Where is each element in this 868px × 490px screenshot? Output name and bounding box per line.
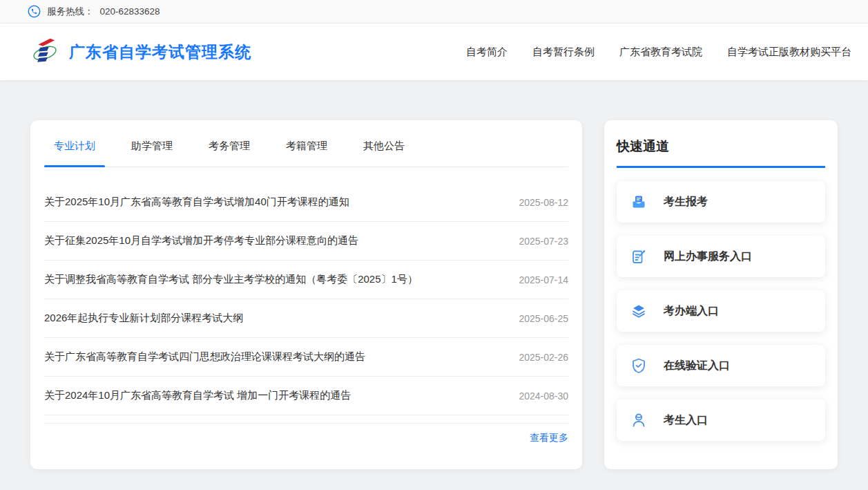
view-more-link[interactable]: 查看更多 [530, 432, 568, 443]
nav-item-exam-authority[interactable]: 广东省教育考试院 [619, 46, 702, 59]
tab-major-plans[interactable]: 专业计划 [44, 120, 105, 167]
tab-bar: 专业计划 助学管理 考务管理 考籍管理 其他公告 [44, 120, 568, 167]
quick-item-exam-office-portal[interactable]: 考办端入口 [617, 290, 825, 332]
news-date: 2024-08-30 [519, 390, 568, 402]
nav-item-textbook-platform[interactable]: 自学考试正版教材购买平台 [727, 46, 851, 59]
tab-exam-affairs[interactable]: 考务管理 [199, 120, 260, 167]
content: 专业计划 助学管理 考务管理 考籍管理 其他公告 关于2025年10月广东省高等… [0, 80, 868, 489]
site-logo-icon [30, 36, 59, 68]
news-row: 关于2024年10月广东省高等教育自学考试 增加一门开考课程的通告 2024-0… [44, 377, 568, 415]
inbox-icon [630, 194, 647, 210]
news-date: 2025-07-14 [519, 274, 568, 285]
quick-item-online-verification[interactable]: 在线验证入口 [617, 345, 825, 386]
user-icon [630, 412, 647, 428]
quick-item-label: 考生入口 [664, 413, 708, 428]
site-header: 广东省自学考试管理系统 自考简介 自考暂行条例 广东省教育考试院 自学考试正版教… [0, 23, 868, 80]
news-link[interactable]: 关于2025年10月广东省高等教育自学考试增加40门开考课程的通知 [44, 196, 349, 209]
notice-panel: 专业计划 助学管理 考务管理 考籍管理 其他公告 关于2025年10月广东省高等… [30, 120, 582, 469]
quick-item-online-services[interactable]: 网上办事服务入口 [617, 236, 825, 277]
news-link[interactable]: 2026年起执行专业新计划部分课程考试大纲 [44, 312, 243, 325]
nav-item-regulations[interactable]: 自考暂行条例 [532, 46, 595, 59]
quick-item-label: 网上办事服务入口 [664, 249, 752, 264]
news-row: 关于征集2025年10月自学考试增加开考停考专业部分课程意向的通告 2025-0… [44, 222, 568, 261]
hotline-number: 020-62833628 [100, 6, 160, 17]
quick-item-candidate-registration[interactable]: 考生报考 [617, 181, 825, 223]
hotline-label: 服务热线： [47, 6, 94, 18]
phone-icon [28, 5, 41, 18]
list-end-divider [44, 415, 568, 424]
brand: 广东省自学考试管理系统 [30, 36, 251, 68]
news-link[interactable]: 关于广东省高等教育自学考试四门思想政治理论课课程考试大纲的通告 [44, 350, 365, 364]
news-link[interactable]: 关于2024年10月广东省高等教育自学考试 增加一门开考课程的通告 [44, 389, 351, 402]
news-row: 关于广东省高等教育自学考试四门思想政治理论课课程考试大纲的通告 2025-02-… [44, 338, 568, 377]
tab-study-support[interactable]: 助学管理 [122, 120, 182, 167]
news-row: 2026年起执行专业新计划部分课程考试大纲 2025-06-25 [44, 299, 568, 338]
layers-icon [630, 303, 647, 319]
quick-item-label: 考办端入口 [664, 304, 719, 319]
topbar: 服务热线： 020-62833628 [0, 0, 868, 23]
site-title: 广东省自学考试管理系统 [69, 41, 251, 63]
news-row: 关于2025年10月广东省高等教育自学考试增加40门开考课程的通知 2025-0… [44, 183, 568, 222]
news-date: 2025-07-23 [519, 236, 568, 247]
tab-other-notices[interactable]: 其他公告 [354, 120, 414, 167]
news-link[interactable]: 关于征集2025年10月自学考试增加开考停考专业部分课程意向的通告 [44, 234, 358, 247]
quick-item-label: 在线验证入口 [664, 359, 730, 373]
main-nav: 自考简介 自考暂行条例 广东省教育考试院 自学考试正版教材购买平台 [441, 46, 851, 59]
quick-channel-panel: 快速通道 考生报考 网上办事服务入口 [604, 120, 838, 469]
news-date: 2025-08-12 [519, 197, 568, 208]
form-edit-icon [630, 248, 647, 265]
view-more-row: 查看更多 [44, 424, 568, 452]
tab-exam-records[interactable]: 考籍管理 [276, 120, 337, 167]
nav-item-intro[interactable]: 自考简介 [466, 46, 508, 59]
quick-item-candidate-portal[interactable]: 考生入口 [617, 399, 825, 441]
news-row: 关于调整我省高等教育自学考试 部分专业主考学校的通知（粤考委〔2025〕1号） … [44, 261, 568, 299]
quick-channel-title: 快速通道 [617, 138, 825, 156]
news-link[interactable]: 关于调整我省高等教育自学考试 部分专业主考学校的通知（粤考委〔2025〕1号） [44, 273, 418, 286]
news-list: 关于2025年10月广东省高等教育自学考试增加40门开考课程的通知 2025-0… [44, 183, 568, 415]
shield-check-icon [630, 357, 647, 374]
quick-item-label: 考生报考 [664, 195, 708, 209]
quick-channel-underline [617, 166, 825, 168]
news-date: 2025-06-25 [519, 313, 568, 324]
news-date: 2025-02-26 [519, 352, 568, 363]
